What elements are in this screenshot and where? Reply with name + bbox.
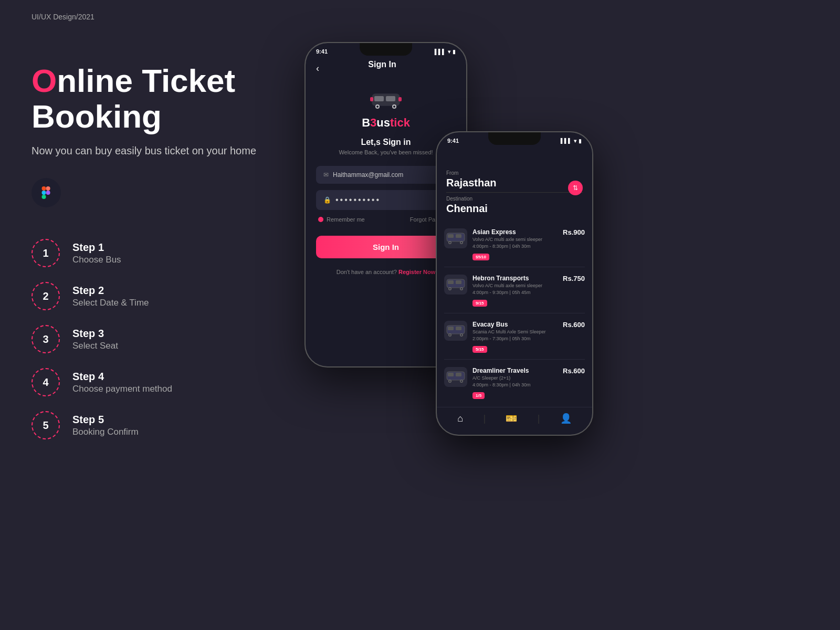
bus-logo: B3ustick	[316, 88, 456, 130]
svg-point-28	[461, 288, 463, 290]
ticket-nav-icon[interactable]: 🎫	[506, 413, 517, 424]
step-item-5: 5 Step 5 Booking Confirm	[32, 411, 304, 439]
bus-list: Asian Express Volvo A/C multi axle semi …	[437, 224, 592, 417]
header-label: UI/UX Design/2021	[32, 13, 94, 21]
screen-title: Sign In	[368, 60, 396, 69]
back-button[interactable]: ‹	[316, 63, 319, 74]
step-4-desc: Choose payment method	[72, 384, 172, 394]
logo-3: 3	[370, 116, 376, 129]
step-circle-4: 4	[32, 368, 60, 396]
step-5-title: Step 5	[72, 414, 139, 426]
remember-row: Remember me Forgot Password	[316, 216, 456, 223]
step-2-title: Step 2	[72, 285, 149, 297]
bus-price-1: Rs.750	[563, 275, 585, 282]
email-field[interactable]: ✉ Haithammax@gmail.com	[316, 166, 456, 184]
svg-point-12	[393, 106, 395, 108]
user-nav-icon[interactable]: 👤	[560, 413, 572, 424]
signin-button[interactable]: Sign In	[316, 236, 456, 258]
svg-point-4	[42, 191, 46, 195]
register-text: Don't have an account?	[337, 269, 397, 275]
figma-icon	[32, 178, 61, 207]
svg-point-41	[449, 381, 451, 382]
step-circle-3: 3	[32, 325, 60, 353]
bus-info-0: Asian Express Volvo A/C multi axle semi …	[472, 228, 558, 260]
bus-card-0[interactable]: Asian Express Volvo A/C multi axle semi …	[444, 228, 585, 267]
svg-point-5	[42, 195, 46, 199]
svg-point-1	[42, 186, 46, 191]
svg-rect-24	[456, 280, 461, 284]
seat-badge-2: 5/15	[472, 346, 487, 353]
bus-info-3: Dreamliner Travels A/C Sleeper (2+1) 4:0…	[472, 367, 558, 399]
dest-label: Destination	[446, 196, 583, 202]
nav-sep-1: |	[483, 413, 486, 424]
bus-type-3: A/C Sleeper (2+1)	[472, 375, 558, 381]
svg-point-11	[376, 106, 379, 108]
bus-price-2: Rs.600	[563, 321, 585, 329]
password-dots: ••••••••••	[335, 195, 381, 205]
bus-time-0: 4:00pm - 8:30pm | 04h 30m	[472, 244, 558, 249]
step-item-1: 1 Step 1 Choose Bus	[32, 239, 304, 267]
bus-card-2[interactable]: Evacay Bus Scania AC Multi Axle Semi Sle…	[444, 321, 585, 360]
remember-label: Remember me	[327, 216, 365, 223]
logo-b: B	[362, 116, 370, 129]
step-circle-1: 1	[32, 239, 60, 267]
bus-name-0: Asian Express	[472, 228, 558, 236]
phone2-notch	[488, 132, 541, 145]
bus-thumb-2	[444, 321, 467, 341]
bus-thumb-0	[444, 228, 467, 248]
bus-time-2: 2:00pm - 7:30pm | 05h 30m	[472, 336, 558, 341]
welcome-text: Let,s Sign in Welcome Back, you've been …	[316, 138, 456, 155]
step-1-title: Step 1	[72, 242, 121, 254]
bus-thumb-1	[444, 275, 467, 295]
swap-button[interactable]: ⇅	[568, 181, 583, 195]
svg-rect-17	[456, 234, 461, 238]
step-item-2: 2 Step 2 Select Date & Time	[32, 282, 304, 310]
nav-sep-2: |	[538, 413, 540, 424]
step-item-3: 3 Step 3 Select Seat	[32, 325, 304, 353]
lock-icon: 🔒	[323, 196, 331, 204]
dest-city: Chennai	[446, 203, 583, 215]
bus-info-2: Evacay Bus Scania AC Multi Axle Semi Sle…	[472, 321, 558, 353]
phone2-status-icons: ▌▌▌ ▾ ▮	[561, 138, 582, 144]
password-field[interactable]: 🔒 ••••••••••	[316, 190, 456, 210]
bus-card-3[interactable]: Dreamliner Travels A/C Sleeper (2+1) 4:0…	[444, 367, 585, 405]
bus-card-1[interactable]: Hebron Transports Volvo A/C multi axle s…	[444, 275, 585, 313]
seat-badge-1: 9/15	[472, 300, 487, 307]
svg-rect-23	[448, 280, 454, 284]
checkbox[interactable]	[318, 217, 323, 222]
svg-point-35	[461, 334, 463, 336]
from-city: Rajasthan	[446, 177, 583, 189]
step-3-title: Step 3	[72, 328, 118, 340]
location-section: From Rajasthan Destination Chennai ⇅	[437, 144, 592, 224]
home-nav-icon[interactable]: ⌂	[457, 413, 463, 424]
svg-point-42	[461, 381, 463, 382]
bottom-nav: ⌂ | 🎫 | 👤	[437, 407, 592, 429]
step-4-title: Step 4	[72, 371, 172, 383]
bus-name-2: Evacay Bus	[472, 321, 558, 328]
svg-point-27	[449, 288, 451, 290]
email-icon: ✉	[323, 171, 329, 178]
subtitle: Now you can buy easily bus ticket on you…	[32, 145, 304, 157]
bus-type-1: Volvo A/C multi axle semi sleeper	[472, 283, 558, 288]
remember-left: Remember me	[318, 216, 365, 223]
bus-time-3: 4:00pm - 8:30pm | 04h 30m	[472, 382, 558, 387]
phone1-status-icons: ▌▌▌ ▾ ▮	[435, 49, 456, 55]
phone1-time: 9:41	[316, 48, 328, 55]
signal-icon: ▌▌▌	[435, 49, 446, 55]
svg-rect-31	[456, 327, 461, 330]
phone2-time: 9:41	[447, 138, 459, 144]
svg-point-2	[46, 186, 50, 191]
step-circle-2: 2	[32, 282, 60, 310]
register-link[interactable]: Register Now	[398, 269, 435, 275]
step-2-desc: Select Date & Time	[72, 298, 149, 308]
step-5-desc: Booking Confirm	[72, 427, 139, 437]
logo-tick: tick	[390, 116, 410, 129]
swap-icon: ⇅	[573, 184, 578, 192]
battery-icon: ▮	[579, 138, 582, 144]
seat-badge-3: 1/5	[472, 392, 485, 399]
svg-point-20	[449, 242, 451, 244]
bus-logo-text: B3ustick	[316, 116, 456, 130]
steps-list: 1 Step 1 Choose Bus 2 Step 2 Select Date…	[32, 239, 304, 439]
bus-thumb-3	[444, 367, 467, 387]
svg-rect-8	[386, 96, 395, 101]
